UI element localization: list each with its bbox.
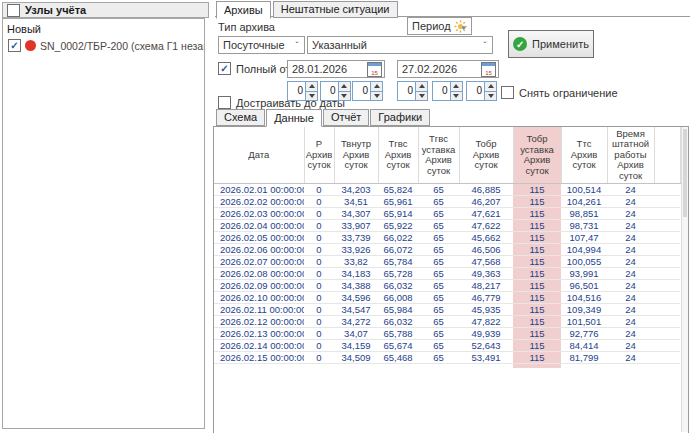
table-cell[interactable]: 47,622 <box>459 220 513 232</box>
nodes-list[interactable]: Новый SN_0002/ТБР-200 (схема Г1 независи… <box>2 18 205 429</box>
tab-archives[interactable]: Архивы <box>216 1 271 19</box>
table-cell[interactable]: 2026.02.09 00:00:00 <box>214 280 304 292</box>
spin-down-icon[interactable] <box>485 91 496 101</box>
table-row[interactable]: 2026.02.04 00:00:00033,90765,9226547,622… <box>214 220 680 232</box>
table-cell[interactable]: 115 <box>513 220 561 232</box>
table-cell[interactable]: 104,261 <box>561 196 607 208</box>
table-cell[interactable]: 34,51 <box>334 196 378 208</box>
table-cell[interactable]: 46,779 <box>459 292 513 304</box>
table-cell[interactable]: 65,922 <box>378 220 418 232</box>
table-cell[interactable]: 33,739 <box>334 232 378 244</box>
node-checkbox[interactable] <box>8 39 21 52</box>
table-cell[interactable]: 24 <box>607 340 654 352</box>
table-cell[interactable]: 109,349 <box>561 304 607 316</box>
spin-up-icon[interactable] <box>416 82 427 91</box>
table-cell[interactable]: 84,414 <box>561 340 607 352</box>
table-cell[interactable]: 2026.02.05 00:00:00 <box>214 232 304 244</box>
table-cell[interactable]: 100,055 <box>561 256 607 268</box>
table-cell[interactable]: 65 <box>418 232 459 244</box>
table-cell[interactable] <box>654 184 680 196</box>
apply-button[interactable]: ✓ Применить <box>508 30 594 58</box>
column-header[interactable]: Тгвс Архив суток <box>378 127 418 184</box>
table-cell[interactable] <box>654 268 680 280</box>
extend-to-date-checkbox[interactable] <box>218 96 231 109</box>
table-cell[interactable]: 34,307 <box>334 208 378 220</box>
table-cell[interactable]: 0 <box>304 220 334 232</box>
table-cell[interactable]: 24 <box>607 232 654 244</box>
table-row[interactable]: 2026.02.07 00:00:00033,8265,7846547,5681… <box>214 256 680 268</box>
table-cell[interactable]: 24 <box>607 328 654 340</box>
table-cell[interactable]: 104,516 <box>561 292 607 304</box>
table-cell[interactable]: 46,506 <box>459 244 513 256</box>
table-cell[interactable] <box>654 232 680 244</box>
table-cell[interactable]: 65,728 <box>378 268 418 280</box>
table-cell[interactable]: 65 <box>418 328 459 340</box>
table-cell[interactable] <box>654 280 680 292</box>
table-cell[interactable]: 115 <box>513 340 561 352</box>
table-cell[interactable]: 98,851 <box>561 208 607 220</box>
table-cell[interactable]: 2026.02.08 00:00:00 <box>214 268 304 280</box>
table-cell[interactable]: 2026.02.04 00:00:00 <box>214 220 304 232</box>
column-header[interactable]: Дата <box>214 127 304 184</box>
seconds-spinner[interactable]: 0 <box>466 81 497 101</box>
table-cell[interactable]: 65 <box>418 340 459 352</box>
table-cell[interactable]: 34,203 <box>334 184 378 196</box>
table-cell[interactable] <box>654 256 680 268</box>
table-cell[interactable]: 0 <box>304 352 334 364</box>
table-cell[interactable]: 0 <box>304 184 334 196</box>
table-cell[interactable]: 49,939 <box>459 328 513 340</box>
table-cell[interactable] <box>654 316 680 328</box>
table-cell[interactable]: 33,82 <box>334 256 378 268</box>
table-cell[interactable]: 47,568 <box>459 256 513 268</box>
table-cell[interactable]: 24 <box>607 196 654 208</box>
table-cell[interactable]: 65 <box>418 304 459 316</box>
table-cell[interactable]: 34,547 <box>334 304 378 316</box>
table-cell[interactable]: 24 <box>607 256 654 268</box>
table-cell[interactable]: 65,984 <box>378 304 418 316</box>
data-grid[interactable]: ДатаР Архив сутокТвнутр Архив сутокТгвс … <box>213 126 689 433</box>
table-cell[interactable]: 65 <box>418 352 459 364</box>
table-cell[interactable]: 65,788 <box>378 328 418 340</box>
table-cell[interactable]: 96,501 <box>561 280 607 292</box>
table-cell[interactable]: 2026.02.07 00:00:00 <box>214 256 304 268</box>
table-cell[interactable]: 0 <box>304 244 334 256</box>
table-cell[interactable]: 0 <box>304 340 334 352</box>
table-cell[interactable]: 2026.02.03 00:00:00 <box>214 208 304 220</box>
table-cell[interactable]: 45,935 <box>459 304 513 316</box>
node-item[interactable]: SN_0002/ТБР-200 (схема Г1 независимая)/(… <box>3 37 204 54</box>
spin-down-icon[interactable] <box>371 91 382 101</box>
table-cell[interactable]: 34,07 <box>334 328 378 340</box>
period-select[interactable]: Указанный ˇ︎ <box>307 36 493 54</box>
column-header[interactable]: Тгвс уставка Архив суток <box>418 127 459 184</box>
spin-up-icon[interactable] <box>339 82 350 91</box>
table-row[interactable]: 2026.02.09 00:00:00034,38866,0326548,217… <box>214 280 680 292</box>
table-cell[interactable]: 24 <box>607 316 654 328</box>
spin-down-icon[interactable] <box>451 91 462 101</box>
table-cell[interactable]: 81,799 <box>561 352 607 364</box>
column-header[interactable]: Время штатной работы Архив суток <box>607 127 654 184</box>
table-cell[interactable]: 65 <box>418 280 459 292</box>
table-row[interactable]: 2026.02.02 00:00:00034,5165,9616546,2071… <box>214 196 680 208</box>
table-cell[interactable]: 24 <box>607 220 654 232</box>
table-cell[interactable]: 46,885 <box>459 184 513 196</box>
table-cell[interactable]: 2026.02.11 00:00:00 <box>214 304 304 316</box>
table-cell[interactable]: 115 <box>513 196 561 208</box>
minutes-spinner[interactable]: 0 <box>432 81 463 101</box>
table-cell[interactable]: 65,674 <box>378 340 418 352</box>
table-cell[interactable]: 65,468 <box>378 352 418 364</box>
table-cell[interactable]: 65 <box>418 220 459 232</box>
table-cell[interactable]: 2026.02.02 00:00:00 <box>214 196 304 208</box>
hours-spinner[interactable]: 0 <box>397 81 428 101</box>
full-report-checkbox[interactable] <box>218 62 231 75</box>
table-cell[interactable]: 24 <box>607 292 654 304</box>
vertical-scrollbar[interactable] <box>681 127 688 432</box>
table-cell[interactable]: 65 <box>418 244 459 256</box>
table-row[interactable]: 2026.02.05 00:00:00033,73966,0226545,662… <box>214 232 680 244</box>
table-cell[interactable]: 0 <box>304 304 334 316</box>
table-cell[interactable]: 34,159 <box>334 340 378 352</box>
table-cell[interactable]: 66,072 <box>378 244 418 256</box>
table-cell[interactable]: 0 <box>304 232 334 244</box>
table-cell[interactable]: 65 <box>418 184 459 196</box>
table-cell[interactable]: 92,776 <box>561 328 607 340</box>
table-row[interactable]: 2026.02.10 00:00:00034,59666,0086546,779… <box>214 292 680 304</box>
